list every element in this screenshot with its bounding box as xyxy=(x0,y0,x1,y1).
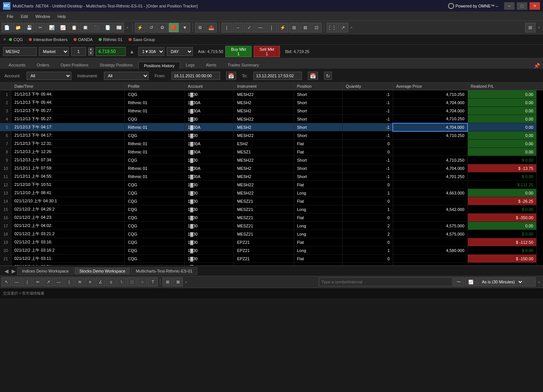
toolbar-chart1[interactable]: 📊 xyxy=(46,23,57,32)
refresh-button[interactable]: ↻ xyxy=(324,72,332,80)
toolbar-order1[interactable]: ⚡ xyxy=(135,23,145,32)
cell-avg-price[interactable]: 4,542.000 xyxy=(393,205,468,214)
cell-datetime[interactable]: 21/12/13 上午 12:26: xyxy=(11,148,125,156)
table-row[interactable]: 421/12/13 下午 05:27:CQG1▓30MESH22Short-14… xyxy=(0,115,543,123)
tab-strategy-positions[interactable]: Strategy Positions xyxy=(94,61,138,69)
draw-angle[interactable]: ∠ xyxy=(96,277,105,286)
maximize-button[interactable]: □ xyxy=(517,2,527,10)
account-filter-select[interactable]: All xyxy=(27,72,71,80)
cell-avg-price[interactable]: 4,704.000 xyxy=(393,123,468,131)
toolbar-order5[interactable]: ▼ xyxy=(180,23,190,32)
toolbar-cursor2[interactable]: ↗ xyxy=(338,23,348,32)
cell-datetime[interactable]: 21/12/13 下午 12:31: xyxy=(11,140,125,148)
cell-profile[interactable]: CQG xyxy=(125,205,185,214)
cell-account[interactable]: 1▓30 xyxy=(185,246,234,255)
draw-text[interactable]: T xyxy=(148,277,158,286)
table-row[interactable]: 521/12/13 下午 04:17:Rithmic 011▓30AMESH2S… xyxy=(0,123,543,131)
col-realized-pl[interactable]: Realized P/L xyxy=(468,83,537,90)
cell-position[interactable]: Short xyxy=(294,156,342,164)
cell-profile[interactable]: CQG xyxy=(125,197,185,205)
cell-account[interactable]: 1▓30A xyxy=(185,123,234,131)
cell-pnl[interactable]: $ -350.00 xyxy=(468,214,537,222)
toolbar-chart5[interactable]: ⬛ xyxy=(91,23,102,32)
toolbar-settings[interactable]: ⚙ xyxy=(195,23,206,32)
cell-position[interactable]: Short xyxy=(294,99,342,107)
cell-position[interactable]: Flat xyxy=(294,238,342,246)
tab-orders[interactable]: Orders xyxy=(31,61,55,69)
chart-type-button[interactable]: 〜 xyxy=(453,277,464,286)
toolbar-cursor1[interactable]: ⋮⋮ xyxy=(327,23,337,32)
cell-pnl[interactable]: 0.00 xyxy=(468,148,537,156)
cell-pnl[interactable]: $ -13.75 xyxy=(468,164,537,172)
draw-ellipse[interactable]: ○ xyxy=(138,277,147,286)
buy-button[interactable]: Buy Mkt 1 xyxy=(225,46,252,57)
cell-quantity[interactable]: 0 xyxy=(343,197,393,205)
tab-logs[interactable]: Logs xyxy=(180,61,200,69)
toolbar-trade4[interactable]: — xyxy=(255,23,266,32)
col-quantity[interactable]: Quantity xyxy=(343,83,393,90)
draw-trend[interactable]: ↗ xyxy=(43,277,53,286)
cell-datetime[interactable]: 021/12/2 上午 04:02: xyxy=(11,222,125,230)
cell-avg-price[interactable]: 4,710.250 xyxy=(393,156,468,164)
bottom-tab-next[interactable]: ▶ xyxy=(10,268,17,274)
cell-quantity[interactable]: 0 xyxy=(343,181,393,189)
draw-pitchfork[interactable]: ⑊ xyxy=(117,277,126,286)
cell-position[interactable]: Short xyxy=(294,164,342,172)
cell-datetime[interactable]: 021/12/2 上午 04:26:2 xyxy=(11,205,125,214)
cell-quantity[interactable]: 1 xyxy=(343,246,393,255)
col-datetime[interactable]: Date/Time xyxy=(11,83,125,90)
table-row[interactable]: 221/12/13 下午 05:44:Rithmic 011▓30AMESH2S… xyxy=(0,99,543,107)
from-calendar-button[interactable]: 📅 xyxy=(226,72,236,80)
cell-pnl[interactable]: $ -150.00 xyxy=(468,255,537,263)
cell-position[interactable]: Long xyxy=(294,246,342,255)
cell-quantity[interactable]: 0 xyxy=(343,255,393,263)
cell-instrument[interactable]: EPZ21 xyxy=(234,246,294,255)
toolbar-chart3[interactable]: 📋 xyxy=(69,23,79,32)
cell-datetime[interactable]: 21/12/13 下午 05:27: xyxy=(11,115,125,123)
table-row[interactable]: 17021/12/2 上午 04:02:CQG1▓30MESZ21Long24,… xyxy=(0,222,543,230)
timeframe-select[interactable]: As is (30 Minutes) 1 Minute 5 Minutes 15… xyxy=(478,277,524,286)
cell-avg-price[interactable]: 4,701.250 xyxy=(393,172,468,181)
cell-instrument[interactable]: ESH2 xyxy=(234,140,294,148)
tab-trades-summary[interactable]: Trades Summary xyxy=(222,61,265,69)
cell-account[interactable]: 1▓30A xyxy=(185,172,234,181)
cell-avg-price[interactable]: 4,575.000 xyxy=(393,222,468,230)
sell-button[interactable]: Sell Mkt 1 xyxy=(254,46,280,57)
cell-instrument[interactable]: EPZ21 xyxy=(234,238,294,246)
cell-position[interactable]: Long xyxy=(294,205,342,214)
cell-account[interactable]: 1▓30 xyxy=(185,205,234,214)
col-position[interactable]: Position xyxy=(294,83,342,90)
bottom-tab-indices[interactable]: Indices Demo Workspace xyxy=(17,267,74,275)
menu-file[interactable]: File xyxy=(3,13,17,19)
draw-fib2[interactable]: ≡ xyxy=(85,277,95,286)
cell-avg-price[interactable] xyxy=(393,197,468,205)
cell-quantity[interactable]: 0 xyxy=(343,148,393,156)
cell-position[interactable]: Short xyxy=(294,123,342,131)
quantity-input[interactable]: 1 xyxy=(71,47,86,56)
cell-datetime[interactable]: 21/12/11 上午 04:55: xyxy=(11,172,125,181)
cell-pnl[interactable]: $ 111.25 xyxy=(468,181,537,189)
qty-down-button[interactable]: ▼ xyxy=(88,52,93,56)
cell-datetime[interactable]: 021/12/2 上午 03:11: xyxy=(11,255,125,263)
cell-avg-price[interactable] xyxy=(393,148,468,156)
cell-instrument[interactable]: MESH22 xyxy=(234,131,294,140)
tab-open-positions[interactable]: Open Positions xyxy=(55,61,94,69)
bottom-tab-multicharts[interactable]: Multicharts-Test-Rithmic-ES-01 xyxy=(131,267,197,275)
cell-profile[interactable]: CQG xyxy=(125,90,185,99)
cell-account[interactable]: 1▓30A xyxy=(185,148,234,156)
cell-account[interactable]: 1▓30 xyxy=(185,197,234,205)
cell-avg-price[interactable] xyxy=(393,181,468,189)
cell-pnl[interactable]: $ -26.25 xyxy=(468,197,537,205)
draw-more1[interactable]: ⊞ xyxy=(163,277,172,286)
cell-quantity[interactable]: -1 xyxy=(343,156,393,164)
cell-pnl[interactable]: $ 0.00 xyxy=(468,156,537,164)
cell-datetime[interactable]: 21/12/13 下午 05:44: xyxy=(11,90,125,99)
cell-profile[interactable]: Rithmic 01 xyxy=(125,164,185,172)
cell-instrument[interactable]: MESZ21 xyxy=(234,197,294,205)
cell-profile[interactable]: Rithmic 01 xyxy=(125,99,185,107)
cell-pnl[interactable]: 0.00 xyxy=(468,123,537,131)
cell-quantity[interactable]: 0 xyxy=(343,238,393,246)
cell-profile[interactable]: CQG xyxy=(125,131,185,140)
cell-profile[interactable]: CQG xyxy=(125,181,185,189)
toolbar-chart6[interactable]: 📑 xyxy=(102,23,113,32)
